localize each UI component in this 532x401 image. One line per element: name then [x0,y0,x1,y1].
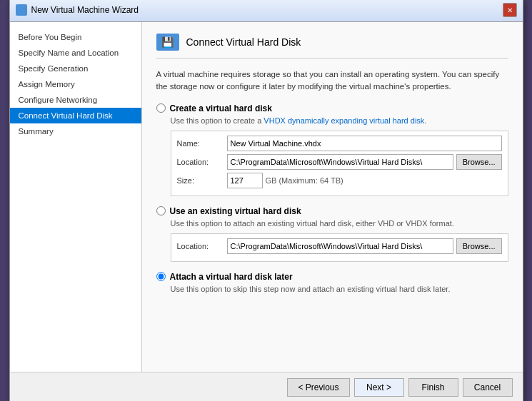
main-content: 💾 Connect Virtual Hard Disk A virtual ma… [142,22,523,372]
sidebar-item-before-you-begin[interactable]: Before You Begin [10,29,141,45]
create-form-grid: Name: Location: Browse... Size: [171,131,508,196]
size-row: Size: GB (Maximum: 64 TB) [177,173,502,188]
sidebar-item-assign-memory[interactable]: Assign Memory [10,76,141,92]
name-label: Name: [177,139,227,148]
option-existing-radio[interactable] [156,206,166,215]
option-attach-later-label: Attach a virtual hard disk later [170,272,293,282]
dialog-title: New Virtual Machine Wizard [31,5,139,15]
previous-button[interactable]: < Previous [287,378,349,397]
sidebar-item-summary[interactable]: Summary [10,123,141,139]
size-unit: GB (Maximum: 64 TB) [266,176,343,185]
title-bar-left: New Virtual Machine Wizard [16,4,139,16]
next-button[interactable]: Next > [354,378,404,397]
existing-browse-button[interactable]: Browse... [456,238,502,254]
location-browse-button[interactable]: Browse... [456,154,502,170]
option-create-radio-label[interactable]: Create a virtual hard disk [156,103,508,113]
location-label: Location: [177,158,227,166]
option-create-group: Create a virtual hard disk Use this opti… [156,103,508,196]
size-label: Size: [177,176,227,185]
size-input[interactable] [227,173,263,188]
page-title: Connect Virtual Hard Disk [186,36,301,48]
new-vm-wizard-dialog: New Virtual Machine Wizard ✕ Before You … [9,0,523,401]
option-existing-group: Use an existing virtual hard disk Use th… [156,206,508,262]
location-input-group: Browse... [227,154,502,170]
sidebar-item-configure-networking[interactable]: Configure Networking [10,92,141,108]
vhdx-link[interactable]: VHDX dynamically expanding virtual hard … [264,116,424,125]
location-input[interactable] [227,154,453,170]
option-existing-radio-label[interactable]: Use an existing virtual hard disk [156,206,508,216]
existing-location-input-group: Browse... [227,238,502,254]
close-button[interactable]: ✕ [503,3,517,17]
option-attach-later-group: Attach a virtual hard disk later Use thi… [156,272,508,293]
option-create-desc: Use this option to create a VHDX dynamic… [171,116,508,125]
option-attach-later-radio-label[interactable]: Attach a virtual hard disk later [156,272,508,282]
finish-button[interactable]: Finish [408,378,458,397]
sidebar-item-connect-vhd[interactable]: Connect Virtual Hard Disk [10,108,141,123]
page-header-icon: 💾 [156,34,179,51]
sidebar-item-specify-name[interactable]: Specify Name and Location [10,45,141,61]
option-existing-desc: Use this option to attach an existing vi… [171,219,508,228]
sidebar-item-specify-generation[interactable]: Specify Generation [10,61,141,76]
name-row: Name: [177,136,502,151]
page-header: 💾 Connect Virtual Hard Disk [156,34,508,59]
existing-location-input[interactable] [227,238,453,254]
title-bar: New Virtual Machine Wizard ✕ [10,0,523,22]
location-row: Location: Browse... [177,154,502,170]
option-attach-later-desc: Use this option to skip this step now an… [171,285,508,293]
footer: < Previous Next > Finish Cancel [10,372,523,401]
option-attach-later-radio[interactable] [156,272,166,281]
option-existing-label: Use an existing virtual hard disk [170,206,301,216]
name-input[interactable] [227,136,502,151]
sidebar: Before You Begin Specify Name and Locati… [10,22,142,372]
dialog-body: Before You Begin Specify Name and Locati… [10,22,523,372]
option-create-label: Create a virtual hard disk [170,103,272,113]
cancel-button[interactable]: Cancel [463,378,513,397]
page-description: A virtual machine requires storage so th… [156,68,508,93]
dialog-icon [16,4,27,16]
size-input-group: GB (Maximum: 64 TB) [227,173,343,188]
existing-form-grid: Location: Browse... [171,233,508,262]
existing-location-label: Location: [177,242,227,250]
option-create-radio[interactable] [156,103,166,113]
existing-location-row: Location: Browse... [177,238,502,254]
